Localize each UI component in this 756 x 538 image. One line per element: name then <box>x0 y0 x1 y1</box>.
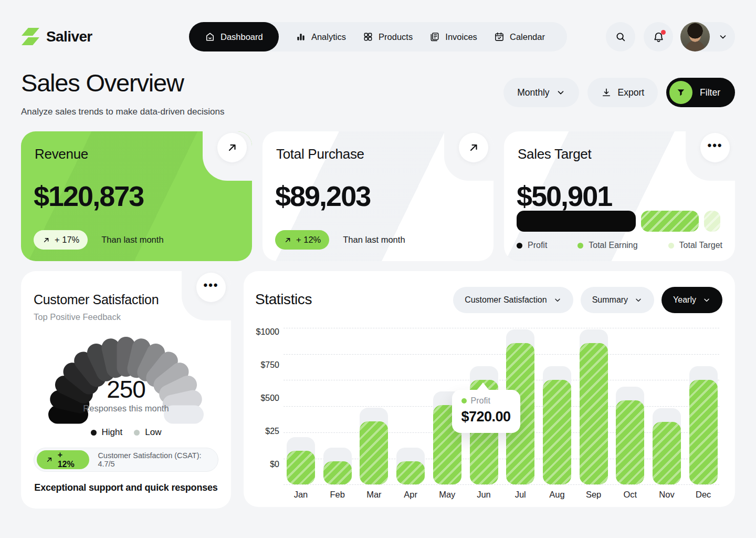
delta-badge: + 17% <box>34 230 88 250</box>
x-axis-label: Apr <box>393 490 428 500</box>
sales-target-card: Sales Target $50,901 ProfitTotal Earning… <box>504 131 735 261</box>
nav-item-analytics[interactable]: Analytics <box>296 32 346 42</box>
y-axis-label: $750 <box>246 360 279 370</box>
delta-caption: Than last month <box>343 235 405 245</box>
nav-item-invoices[interactable]: Invoices <box>429 32 477 42</box>
csat-summary-pill: + 12% Customer Satisfaction (CSAT): 4.7/… <box>34 448 218 472</box>
total-purchase-card: Total Purchase $89,203 + 12% Than last m… <box>262 131 494 261</box>
bar-jan[interactable] <box>287 451 315 484</box>
csat-delta-value: + 12% <box>58 450 81 469</box>
progress-segment-0 <box>517 211 636 232</box>
y-axis-label: $500 <box>246 394 279 403</box>
bar-apr[interactable] <box>396 461 425 484</box>
chevron-down-icon <box>702 296 711 304</box>
arrow-up-right-icon <box>42 236 50 244</box>
period-select[interactable]: Monthly <box>503 78 579 107</box>
export-button[interactable]: Export <box>587 78 658 107</box>
metric-select-value: Customer Satisfaction <box>465 295 547 305</box>
satisfaction-more-button[interactable]: ••• <box>196 273 226 302</box>
gridline <box>284 354 719 355</box>
page-controls: Monthly Export Filter <box>503 78 735 107</box>
bar-feb[interactable] <box>323 461 352 484</box>
bar-sep[interactable] <box>580 343 608 484</box>
csat-text: Customer Satisfaction (CSAT): 4.7/5 <box>98 451 218 468</box>
nav-item-products[interactable]: Products <box>363 32 413 42</box>
legend-dot <box>134 430 140 436</box>
metric-select[interactable]: Customer Satisfaction <box>453 287 573 313</box>
filter-button[interactable]: Filter <box>666 78 735 107</box>
x-axis-label: Sep <box>576 490 611 500</box>
legend-item: Profit <box>517 241 547 250</box>
bar-aug[interactable] <box>543 380 571 484</box>
nav-label: Products <box>379 32 413 42</box>
x-axis-label: Dec <box>686 490 721 500</box>
y-axis-label: $0 <box>246 460 279 469</box>
nav-label: Dashboard <box>220 32 263 42</box>
chevron-down-icon <box>718 32 728 42</box>
chevron-down-icon <box>553 296 562 304</box>
x-axis-label: Mar <box>356 490 391 500</box>
x-axis-label: Nov <box>649 490 684 500</box>
bar-dec[interactable] <box>689 380 718 484</box>
user-menu[interactable] <box>680 22 735 51</box>
page-subtitle: Analyze sales trends to make data-driven… <box>21 107 224 117</box>
revenue-expand-button[interactable] <box>217 133 247 162</box>
legend-label: Total Earning <box>589 241 637 250</box>
revenue-amount: $120,873 <box>34 180 143 212</box>
gauge-value: 250 <box>21 375 231 404</box>
sales-target-progress-bar <box>517 211 722 232</box>
filter-icon-circle <box>669 81 692 104</box>
range-select[interactable]: Yearly <box>662 287 722 313</box>
csat-delta-badge: + 12% <box>37 450 89 469</box>
avatar <box>680 22 710 51</box>
filter-label: Filter <box>700 87 720 98</box>
funnel-icon <box>676 87 686 98</box>
bar-oct[interactable] <box>616 400 644 484</box>
legend-item: Total Earning <box>578 241 637 250</box>
main-nav: Dashboard Analytics Products Invoices Ca… <box>189 22 567 51</box>
view-select-value: Summary <box>592 295 628 305</box>
tooltip-label: Profit <box>471 396 490 406</box>
revenue-card: Revenue $120,873 + 17% Than last month <box>21 131 252 261</box>
card-title: Sales Target <box>518 146 591 162</box>
statistics-filters: Customer Satisfaction Summary Yearly <box>453 287 722 313</box>
page-title: Sales Overview <box>21 68 184 97</box>
legend-dot <box>668 243 674 249</box>
legend-label: Total Target <box>679 241 722 250</box>
nav-label: Calendar <box>510 32 545 42</box>
total-purchase-expand-button[interactable] <box>459 133 488 162</box>
search-button[interactable] <box>606 22 635 51</box>
legend-dot <box>517 243 522 249</box>
nav-item-dashboard[interactable]: Dashboard <box>189 22 279 51</box>
view-select[interactable]: Summary <box>581 287 654 313</box>
legend-label: Profit <box>528 241 547 250</box>
satisfaction-legend: Hight Low <box>21 427 231 438</box>
notification-dot <box>661 30 666 35</box>
arrow-up-right-icon <box>467 141 480 154</box>
bar-mar[interactable] <box>360 421 388 484</box>
chevron-down-icon <box>634 296 643 304</box>
invoice-icon <box>429 32 440 42</box>
search-icon <box>615 31 626 43</box>
legend-dot <box>91 430 97 436</box>
delta-value: + 17% <box>55 235 79 245</box>
header: Saliver Dashboard Analytics Products Inv… <box>21 22 735 51</box>
notifications-button[interactable] <box>644 22 673 51</box>
x-axis-label: Jan <box>284 490 318 500</box>
gridline <box>284 328 719 328</box>
nav-item-calendar[interactable]: Calendar <box>494 32 545 42</box>
arrow-up-right-icon <box>45 456 54 464</box>
grid-icon <box>363 32 373 42</box>
delta-value: + 12% <box>296 235 321 245</box>
tooltip-value: $720.00 <box>461 409 520 425</box>
nav-label: Invoices <box>445 32 477 42</box>
legend-item-low: Low <box>134 427 161 438</box>
brand-logo-icon <box>21 27 40 46</box>
satisfaction-footnote: Exceptional support and quick responses <box>21 482 231 493</box>
bar-nov[interactable] <box>653 422 681 484</box>
sales-target-more-button[interactable]: ••• <box>700 133 730 162</box>
range-select-value: Yearly <box>673 295 696 305</box>
gridline <box>284 380 719 380</box>
home-icon <box>205 32 215 42</box>
x-axis-label: Jul <box>503 490 538 500</box>
